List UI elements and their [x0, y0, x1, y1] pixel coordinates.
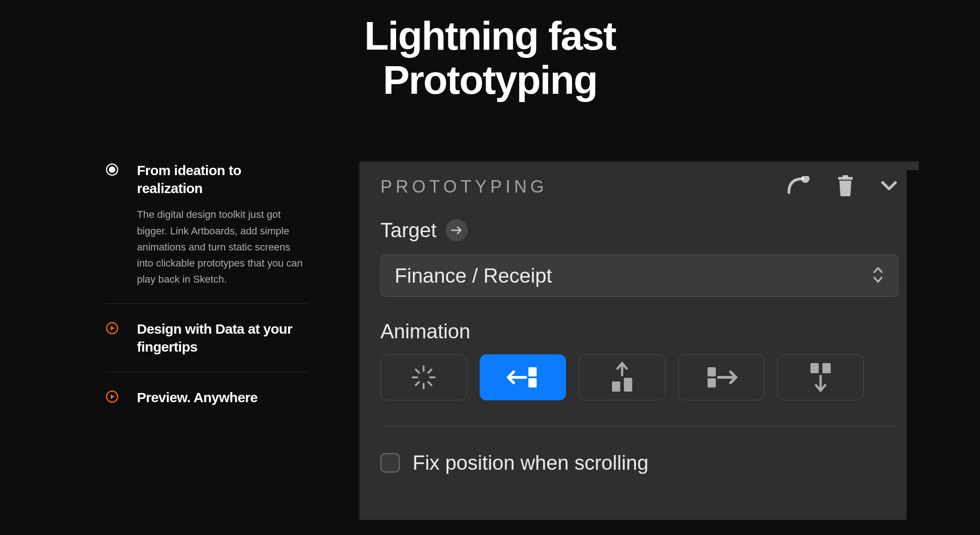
animation-options-row [380, 354, 898, 426]
prototyping-panel: PROTOTYPING [358, 161, 919, 520]
feature-title: From ideation to realization [137, 161, 308, 197]
link-connection-icon[interactable] [786, 176, 811, 197]
checkbox-unchecked-icon[interactable] [380, 453, 400, 472]
chevron-down-icon[interactable] [880, 180, 898, 194]
svg-rect-19 [708, 367, 716, 376]
animation-slide-right-button[interactable] [678, 354, 765, 400]
svg-line-12 [428, 382, 431, 385]
feature-item-ideation[interactable]: From ideation to realization The digital… [106, 161, 308, 304]
svg-point-4 [801, 176, 810, 183]
arrow-right-circle-icon[interactable] [446, 219, 468, 241]
svg-line-11 [416, 370, 419, 373]
features-sidebar: From ideation to realization The digital… [106, 161, 308, 520]
svg-line-13 [416, 382, 419, 385]
hero-line2: Prototyping [383, 57, 597, 102]
right-mask [906, 170, 980, 535]
svg-rect-16 [528, 378, 537, 387]
svg-rect-6 [843, 175, 848, 177]
feature-title: Preview. Anywhere [137, 388, 308, 406]
svg-rect-21 [810, 363, 819, 373]
play-circle-icon [106, 390, 119, 405]
svg-rect-17 [612, 381, 620, 392]
fix-position-checkbox-row[interactable]: Fix position when scrolling [380, 451, 898, 474]
target-select[interactable]: Finance / Receipt [380, 255, 898, 297]
target-label-row: Target [380, 219, 898, 242]
svg-rect-22 [822, 363, 831, 373]
feature-title: Design with Data at your fingertips [137, 320, 308, 356]
animation-label: Animation [380, 320, 898, 343]
feature-item-data[interactable]: Design with Data at your fingertips [106, 320, 308, 372]
svg-point-1 [109, 166, 115, 173]
play-circle-icon [106, 322, 119, 336]
feature-description: The digital design toolkit just got bigg… [137, 206, 308, 287]
target-label: Target [380, 219, 436, 242]
animation-none-button[interactable] [380, 354, 467, 400]
animation-slide-left-button[interactable] [480, 354, 566, 400]
animation-slide-down-button[interactable] [777, 354, 864, 400]
svg-line-14 [428, 370, 431, 373]
animation-slide-up-button[interactable] [579, 354, 665, 400]
hero-title: Lightning fast Prototyping [0, 0, 980, 102]
feature-item-preview[interactable]: Preview. Anywhere [106, 388, 308, 422]
svg-rect-20 [708, 378, 716, 387]
radio-active-icon [106, 163, 119, 178]
checkbox-label: Fix position when scrolling [413, 451, 649, 474]
panel-header: PROTOTYPING [380, 175, 898, 198]
trash-icon[interactable] [836, 175, 855, 198]
svg-rect-18 [624, 378, 632, 392]
svg-rect-15 [528, 367, 537, 376]
target-select-value: Finance / Receipt [395, 264, 552, 287]
stepper-arrows-icon [872, 266, 884, 286]
hero-line1: Lightning fast [364, 13, 616, 58]
panel-title: PROTOTYPING [380, 177, 548, 197]
